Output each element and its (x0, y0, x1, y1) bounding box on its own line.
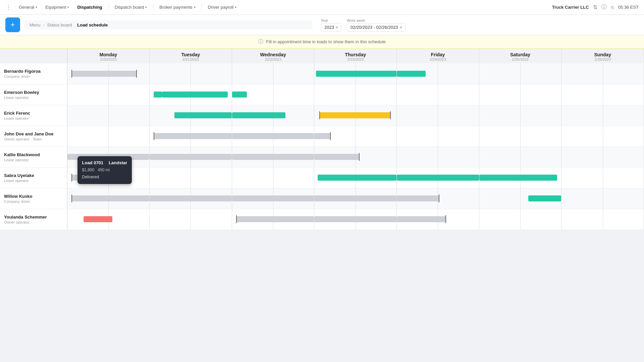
gantt-bar[interactable] (314, 133, 331, 139)
day-cell-d1[interactable] (150, 126, 232, 146)
day-cell-d4[interactable] (397, 188, 479, 209)
day-cell-d5[interactable] (479, 188, 561, 209)
day-cell-d1[interactable] (150, 84, 232, 105)
day-cell-d1[interactable] (150, 167, 232, 188)
day-cell-d6[interactable] (561, 84, 644, 105)
day-cell-d0[interactable] (67, 84, 150, 105)
logout-icon[interactable]: ⎋ (611, 4, 614, 10)
day-cell-d3[interactable] (314, 126, 397, 146)
nav-driver-payroll[interactable]: Driver payroll ▾ (205, 3, 240, 12)
day-cell-d4[interactable] (397, 105, 479, 126)
day-cell-d6[interactable] (561, 188, 644, 209)
day-cell-d4[interactable] (397, 146, 479, 167)
day-cell-d1[interactable] (150, 188, 232, 209)
day-cell-d3[interactable] (314, 167, 397, 188)
day-cell-d0[interactable]: Load 0701 Landstar $1,800 450 mi Deliver… (67, 146, 150, 167)
day-cell-d0[interactable] (67, 188, 150, 209)
gantt-bar[interactable] (397, 71, 426, 77)
menu-dots-icon[interactable]: ⋮ (5, 4, 11, 11)
gantt-bar[interactable] (71, 71, 137, 77)
day-cell-d3[interactable] (314, 84, 397, 105)
day-cell-d1[interactable] (150, 63, 232, 84)
gantt-bar[interactable] (236, 216, 314, 222)
day-cell-d2[interactable] (232, 146, 314, 167)
breadcrumb-status-board[interactable]: Status board (47, 22, 72, 27)
day-cell-d4[interactable] (397, 84, 479, 105)
week-dropdown[interactable]: 02/20/2023 - 02/26/2023 ▾ (347, 23, 406, 32)
gantt-bar[interactable] (154, 92, 162, 98)
day-cell-d1[interactable] (150, 105, 232, 126)
day-cell-d0[interactable] (67, 63, 150, 84)
day-cell-d2[interactable] (232, 105, 314, 126)
info-icon[interactable]: ⓘ (601, 4, 607, 11)
gantt-bar[interactable] (479, 175, 557, 181)
gantt-bar[interactable] (318, 175, 396, 181)
nav-broker-payments[interactable]: Broker payments ▾ (156, 3, 199, 12)
day-cell-d4[interactable] (397, 126, 479, 146)
day-cell-d3[interactable] (314, 188, 397, 209)
day-cell-d4[interactable] (397, 63, 479, 84)
day-cell-d6[interactable] (561, 209, 644, 230)
gantt-bar[interactable] (314, 195, 396, 201)
day-cell-d5[interactable] (479, 105, 561, 126)
day-cell-d5[interactable] (479, 167, 561, 188)
day-cell-d6[interactable] (561, 63, 644, 84)
add-button[interactable]: + (5, 17, 20, 32)
day-cell-d6[interactable] (561, 126, 644, 146)
breadcrumb-load-schedule[interactable]: Load schedule (77, 22, 108, 27)
day-cell-d2[interactable] (232, 126, 314, 146)
gantt-bar[interactable] (150, 154, 232, 160)
day-cell-d2[interactable] (232, 63, 314, 84)
gantt-bar[interactable] (84, 216, 112, 222)
day-cell-d2[interactable] (232, 209, 314, 230)
gantt-bar[interactable] (314, 154, 360, 160)
day-cell-d3[interactable] (314, 209, 397, 230)
day-cell-d4[interactable] (397, 167, 479, 188)
gantt-bar[interactable] (397, 175, 479, 181)
day-cell-d0[interactable] (67, 126, 150, 146)
gantt-bar[interactable] (232, 112, 285, 118)
day-cell-d4[interactable] (397, 209, 479, 230)
gantt-bar[interactable] (314, 216, 396, 222)
day-cell-d0[interactable] (67, 105, 150, 126)
nav-equipment[interactable]: Equipment ▾ (42, 3, 72, 12)
gantt-bar[interactable] (316, 71, 396, 77)
day-cell-d5[interactable] (479, 209, 561, 230)
day-cell-d3[interactable] (314, 63, 397, 84)
day-cell-d3[interactable] (314, 146, 397, 167)
day-cell-d0[interactable] (67, 209, 150, 230)
day-cell-d5[interactable] (479, 146, 561, 167)
gantt-bar[interactable] (150, 195, 232, 201)
gantt-bar[interactable] (528, 195, 561, 201)
gantt-bar[interactable] (397, 216, 446, 222)
day-cell-d3[interactable] (314, 105, 397, 126)
day-cell-d2[interactable] (232, 188, 314, 209)
sort-icon[interactable]: ⇅ (593, 4, 597, 10)
day-cell-d1[interactable] (150, 146, 232, 167)
day-cell-d2[interactable] (232, 84, 314, 105)
day-cell-d6[interactable] (561, 146, 644, 167)
year-dropdown[interactable]: 2023 ▾ (321, 23, 341, 32)
gantt-bar[interactable] (71, 195, 149, 201)
nav-dispatching[interactable]: Dispatching (74, 3, 105, 12)
day-cell-d1[interactable] (150, 209, 232, 230)
gantt-bar[interactable] (154, 133, 231, 139)
nav-general[interactable]: General ▾ (15, 3, 41, 12)
nav-dispatch-board[interactable]: Dispatch board ▾ (111, 3, 150, 12)
day-cell-d5[interactable] (479, 63, 561, 84)
gantt-bar[interactable] (232, 154, 314, 160)
day-cell-d2[interactable] (232, 167, 314, 188)
gantt-bar[interactable] (397, 195, 439, 201)
gantt-bar[interactable] (162, 92, 228, 98)
day-dashed-line (520, 105, 521, 126)
breadcrumb-menu[interactable]: Menu (30, 22, 41, 27)
day-cell-d6[interactable] (561, 105, 644, 126)
gantt-bar[interactable] (319, 112, 391, 118)
day-cell-d5[interactable] (479, 126, 561, 146)
gantt-bar[interactable] (232, 195, 314, 201)
gantt-bar[interactable] (232, 92, 247, 98)
day-cell-d6[interactable] (561, 167, 644, 188)
gantt-bar[interactable] (174, 112, 232, 118)
day-cell-d5[interactable] (479, 84, 561, 105)
gantt-bar[interactable] (232, 133, 314, 139)
